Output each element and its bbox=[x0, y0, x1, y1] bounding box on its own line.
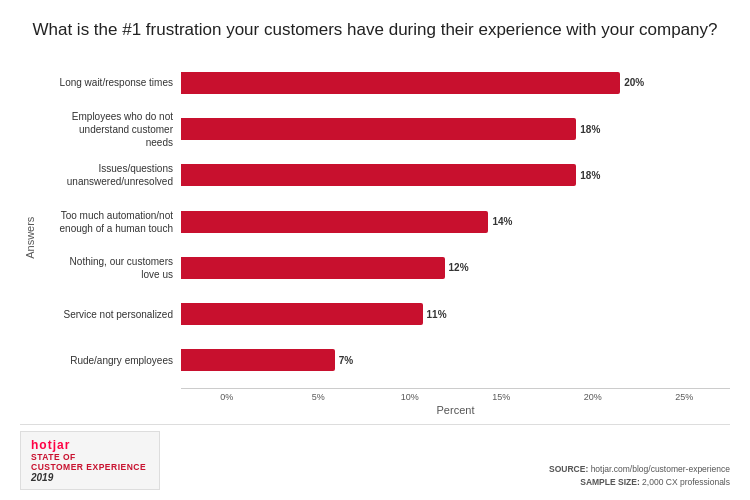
bar-track: 12% bbox=[181, 257, 730, 279]
logo-year: 2019 bbox=[31, 472, 146, 483]
x-axis: 0%5%10%15%20%25% bbox=[181, 388, 730, 402]
x-tick: 10% bbox=[364, 392, 456, 402]
bar-track: 11% bbox=[181, 303, 730, 325]
bar-label: Issues/questionsunanswered/unresolved bbox=[36, 162, 181, 188]
bar-pct-label: 14% bbox=[492, 216, 512, 227]
bar-label: Long wait/response times bbox=[36, 76, 181, 89]
bar-fill bbox=[181, 257, 445, 279]
bar-row: Long wait/response times20% bbox=[36, 66, 730, 100]
x-axis-label: Percent bbox=[181, 404, 730, 416]
x-tick: 5% bbox=[273, 392, 365, 402]
logo-state: STATE OF bbox=[31, 452, 146, 462]
page-container: What is the #1 frustration your customer… bbox=[0, 0, 750, 500]
bar-fill bbox=[181, 164, 576, 186]
bar-track: 14% bbox=[181, 211, 730, 233]
footer: hotjar STATE OF CUSTOMER EXPERIENCE 2019… bbox=[20, 424, 730, 490]
bar-fill bbox=[181, 118, 576, 140]
chart-inner: Long wait/response times20%Employees who… bbox=[36, 60, 730, 416]
bar-pct-label: 18% bbox=[580, 170, 600, 181]
logo-name: hotjar bbox=[31, 438, 146, 452]
source-area: Source: hotjar.com/blog/customer-experie… bbox=[549, 463, 730, 490]
source-label: Source: bbox=[549, 464, 588, 474]
x-tick: 15% bbox=[456, 392, 548, 402]
y-axis-label: Answers bbox=[20, 60, 36, 416]
bar-row: Issues/questionsunanswered/unresolved18% bbox=[36, 158, 730, 192]
chart-title: What is the #1 frustration your customer… bbox=[20, 18, 730, 42]
bar-label: Service not personalized bbox=[36, 308, 181, 321]
bar-pct-label: 7% bbox=[339, 355, 353, 366]
source-url: hotjar.com/blog/customer-experience bbox=[591, 464, 730, 474]
bar-track: 20% bbox=[181, 72, 730, 94]
bar-row: Service not personalized11% bbox=[36, 297, 730, 331]
bar-label: Too much automation/notenough of a human… bbox=[36, 209, 181, 235]
bar-row: Rude/angry employees7% bbox=[36, 343, 730, 377]
sample-label: SAMPLE SIZE: bbox=[580, 477, 640, 487]
bar-label: Employees who do notunderstand customern… bbox=[36, 110, 181, 149]
x-tick: 0% bbox=[181, 392, 273, 402]
bar-fill bbox=[181, 303, 423, 325]
bar-pct-label: 11% bbox=[427, 309, 447, 320]
bar-fill bbox=[181, 349, 335, 371]
bar-row: Nothing, our customerslove us12% bbox=[36, 251, 730, 285]
x-tick: 20% bbox=[547, 392, 639, 402]
logo-content: hotjar STATE OF CUSTOMER EXPERIENCE 2019 bbox=[31, 438, 146, 483]
sample-line: SAMPLE SIZE: 2,000 CX professionals bbox=[549, 476, 730, 490]
sample-value: 2,000 CX professionals bbox=[642, 477, 730, 487]
bar-label: Rude/angry employees bbox=[36, 354, 181, 367]
bars-section: Long wait/response times20%Employees who… bbox=[36, 60, 730, 388]
logo-area: hotjar STATE OF CUSTOMER EXPERIENCE 2019 bbox=[20, 431, 160, 490]
bar-track: 18% bbox=[181, 118, 730, 140]
bar-fill bbox=[181, 72, 620, 94]
bar-track: 18% bbox=[181, 164, 730, 186]
bar-row: Too much automation/notenough of a human… bbox=[36, 205, 730, 239]
logo-cx: CUSTOMER EXPERIENCE bbox=[31, 462, 146, 472]
bar-label: Nothing, our customerslove us bbox=[36, 255, 181, 281]
bar-track: 7% bbox=[181, 349, 730, 371]
chart-area: Answers Long wait/response times20%Emplo… bbox=[20, 60, 730, 416]
bar-pct-label: 12% bbox=[449, 262, 469, 273]
bar-pct-label: 20% bbox=[624, 77, 644, 88]
bar-fill bbox=[181, 211, 488, 233]
bar-row: Employees who do notunderstand customern… bbox=[36, 112, 730, 146]
x-tick: 25% bbox=[639, 392, 731, 402]
source-line: Source: hotjar.com/blog/customer-experie… bbox=[549, 463, 730, 477]
bar-pct-label: 18% bbox=[580, 124, 600, 135]
